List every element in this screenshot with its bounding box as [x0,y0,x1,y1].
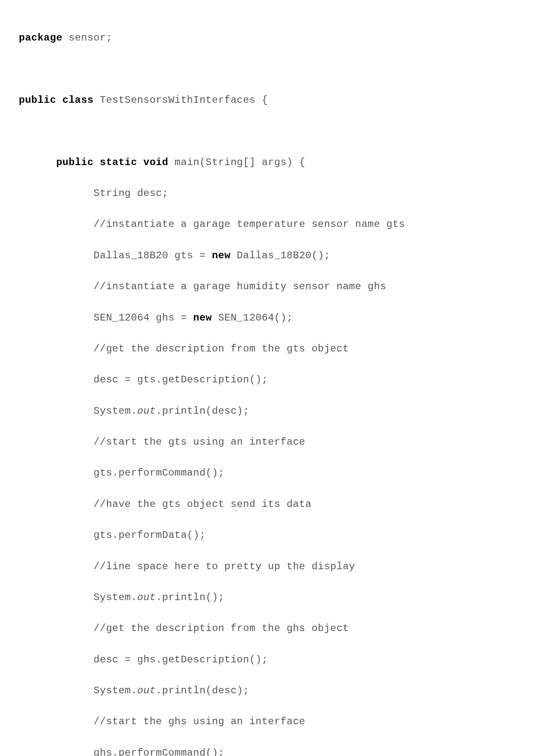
code-listing: package sensor; public class TestSensors… [19,15,516,756]
italic-out: out [137,685,156,696]
code-line: desc = ghs.getDescription(); [19,652,516,667]
code-line: //instantiate a garage temperature senso… [19,216,516,232]
keyword-new: new [193,312,212,323]
code-line: //have the gts object send its data [19,496,516,512]
code-line: gts.performCommand(); [19,465,516,481]
code-text: SEN_12064 ghs = [19,312,193,323]
code-line: gts.performData(); [19,527,516,543]
code-line: ghs.performCommand(); [19,745,516,756]
code-line: //line space here to pretty up the displ… [19,559,516,574]
code-line: Dallas_18B20 gts = new Dallas_18B20(); [19,248,516,263]
code-line: public class TestSensorsWithInterfaces { [19,92,516,108]
code-line: //start the gts using an interface [19,434,516,450]
code-text: .println(desc); [156,405,250,417]
code-text: System. [19,685,137,696]
code-text: .println(desc); [156,685,250,696]
code-line: //start the ghs using an interface [19,714,516,729]
italic-out: out [137,405,156,417]
keyword-method-sig: public static void [56,157,168,168]
code-indent [19,157,56,168]
code-text: Dallas_18B20 gts = [19,250,212,261]
code-text: System. [19,405,137,417]
code-line: System.out.println(desc); [19,403,516,419]
code-text: SEN_12064(); [212,312,293,323]
code-line: package sensor; [19,30,516,46]
code-text: System. [19,592,137,603]
keyword-package: package [19,32,62,43]
code-line: String desc; [19,186,516,201]
code-line: //get the description from the gts objec… [19,341,516,356]
blank-line [19,123,516,139]
code-line: System.out.println(); [19,590,516,605]
code-text: Dallas_18B20(); [231,250,330,261]
keyword-new: new [212,250,231,261]
code-line: System.out.println(desc); [19,683,516,698]
code-text: TestSensorsWithInterfaces { [94,94,268,106]
code-text: .println(); [156,592,224,603]
code-line: SEN_12064 ghs = new SEN_12064(); [19,310,516,326]
code-line: desc = gts.getDescription(); [19,372,516,387]
blank-line [19,61,516,77]
code-line: public static void main(String[] args) { [19,155,516,170]
code-text: sensor; [62,32,112,43]
code-line: //get the description from the ghs objec… [19,621,516,636]
code-text: main(String[] args) { [168,157,306,168]
code-line: //instantiate a garage humidity sensor n… [19,279,516,294]
italic-out: out [137,592,156,603]
keyword-public-class: public class [19,94,94,106]
